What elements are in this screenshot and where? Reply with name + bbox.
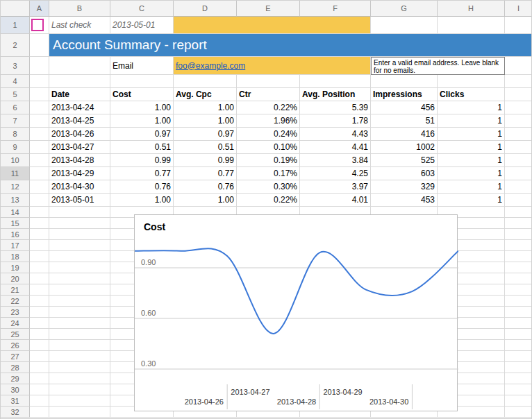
cell-A8[interactable] xyxy=(30,128,49,141)
cell-B30[interactable] xyxy=(49,384,110,395)
row-header-9[interactable]: 9 xyxy=(1,141,30,154)
row-header-3[interactable]: 3 xyxy=(1,57,30,75)
cell-I21[interactable] xyxy=(505,284,532,296)
cell-I26[interactable] xyxy=(505,340,532,351)
cell-E11[interactable]: 0.17% xyxy=(237,167,300,180)
cell-A12[interactable] xyxy=(30,180,49,194)
cell-A11[interactable] xyxy=(30,167,49,180)
cell-I12[interactable] xyxy=(505,180,532,194)
cell-B18[interactable] xyxy=(49,251,110,262)
cell-A14[interactable] xyxy=(30,207,49,218)
cell-H12[interactable]: 1 xyxy=(438,180,505,194)
cell-B27[interactable] xyxy=(49,351,110,362)
table-header-date[interactable]: Date xyxy=(49,88,110,101)
cell-G6[interactable]: 456 xyxy=(371,101,438,114)
row-header-28[interactable]: 28 xyxy=(1,362,30,373)
cell-B15[interactable] xyxy=(49,218,110,229)
cell-I4[interactable] xyxy=(505,75,532,88)
cell-E7[interactable]: 1.96% xyxy=(237,114,300,128)
cell-D7[interactable]: 1.00 xyxy=(174,114,237,128)
cell-E8[interactable]: 0.24% xyxy=(237,128,300,141)
row-header-15[interactable]: 15 xyxy=(1,218,30,229)
cell-B13[interactable]: 2013-05-01 xyxy=(49,194,110,207)
cell-I8[interactable] xyxy=(505,128,532,141)
cell-H10[interactable]: 1 xyxy=(438,154,505,167)
cell-F4[interactable] xyxy=(300,75,371,88)
cell-C6[interactable]: 1.00 xyxy=(110,101,174,114)
cell-C12[interactable]: 0.76 xyxy=(110,180,174,194)
cell-B26[interactable] xyxy=(49,340,110,351)
cell-B3[interactable] xyxy=(49,57,110,75)
row-header-8[interactable]: 8 xyxy=(1,128,30,141)
row-header-24[interactable]: 24 xyxy=(1,318,30,329)
row-header-7[interactable]: 7 xyxy=(1,114,30,128)
cell-E10[interactable]: 0.19% xyxy=(237,154,300,167)
cell-I17[interactable] xyxy=(505,240,532,251)
row-header-23[interactable]: 23 xyxy=(1,307,30,318)
table-header-ctr[interactable]: Ctr xyxy=(237,88,300,101)
report-title-banner[interactable]: Account Summary - report xyxy=(49,34,532,57)
cell-D10[interactable]: 0.99 xyxy=(174,154,237,167)
cell-I19[interactable] xyxy=(505,262,532,273)
cell-B29[interactable] xyxy=(49,373,110,384)
row-header-25[interactable]: 25 xyxy=(1,329,30,340)
cell-B24[interactable] xyxy=(49,318,110,329)
cell-A16[interactable] xyxy=(30,229,49,240)
cell-I3[interactable] xyxy=(505,57,532,75)
cell-B25[interactable] xyxy=(49,329,110,340)
cell-C7[interactable]: 1.00 xyxy=(110,114,174,128)
cell-I32[interactable] xyxy=(505,407,532,418)
last-check-date[interactable]: 2013-05-01 xyxy=(110,17,174,34)
cell-A23[interactable] xyxy=(30,307,49,318)
table-header-clicks[interactable]: Clicks xyxy=(438,88,505,101)
cell-I31[interactable] xyxy=(505,395,532,407)
cell-H4[interactable] xyxy=(438,75,505,88)
cell-C11[interactable]: 0.77 xyxy=(110,167,174,180)
cell-C10[interactable]: 0.99 xyxy=(110,154,174,167)
row-header-32[interactable]: 32 xyxy=(1,407,30,418)
cell-A6[interactable] xyxy=(30,101,49,114)
cell-I29[interactable] xyxy=(505,373,532,384)
cell-A19[interactable] xyxy=(30,262,49,273)
cell-A30[interactable] xyxy=(30,384,49,395)
cell-C9[interactable]: 0.51 xyxy=(110,141,174,154)
cell-C13[interactable]: 1.00 xyxy=(110,194,174,207)
cell-I14[interactable] xyxy=(505,207,532,218)
cell-B16[interactable] xyxy=(49,229,110,240)
cell-G4[interactable] xyxy=(371,75,438,88)
row-header-16[interactable]: 16 xyxy=(1,229,30,240)
email-label[interactable]: Email xyxy=(110,57,174,75)
col-header-H[interactable]: H xyxy=(438,1,505,17)
cell-B20[interactable] xyxy=(49,273,110,284)
row-header-6[interactable]: 6 xyxy=(1,101,30,114)
cell-G7[interactable]: 51 xyxy=(371,114,438,128)
cell-F6[interactable]: 5.39 xyxy=(300,101,371,114)
row-header-26[interactable]: 26 xyxy=(1,340,30,351)
cell-F12[interactable]: 3.97 xyxy=(300,180,371,194)
col-header-A[interactable]: A xyxy=(30,1,49,17)
cell-B21[interactable] xyxy=(49,284,110,296)
email-help-note[interactable]: Enter a valid email address. Leave blank… xyxy=(371,57,505,75)
cell-A13[interactable] xyxy=(30,194,49,207)
cell-B10[interactable]: 2013-04-28 xyxy=(49,154,110,167)
cell-A2[interactable] xyxy=(30,34,49,57)
col-header-F[interactable]: F xyxy=(300,1,371,17)
cell-I25[interactable] xyxy=(505,329,532,340)
cell-B7[interactable]: 2013-04-25 xyxy=(49,114,110,128)
cell-I6[interactable] xyxy=(505,101,532,114)
col-header-D[interactable]: D xyxy=(174,1,237,17)
row-header-29[interactable]: 29 xyxy=(1,373,30,384)
table-header-cost[interactable]: Cost xyxy=(110,88,174,101)
cell-E13[interactable]: 0.22% xyxy=(237,194,300,207)
row-header-27[interactable]: 27 xyxy=(1,351,30,362)
cell-I18[interactable] xyxy=(505,251,532,262)
cell-B22[interactable] xyxy=(49,296,110,307)
cell-D4[interactable] xyxy=(174,75,237,88)
cell-H13[interactable]: 1 xyxy=(438,194,505,207)
cell-I24[interactable] xyxy=(505,318,532,329)
row-header-14[interactable]: 14 xyxy=(1,207,30,218)
cell-G1[interactable] xyxy=(371,17,438,34)
cell-I9[interactable] xyxy=(505,141,532,154)
cell-G9[interactable]: 1002 xyxy=(371,141,438,154)
row-header-19[interactable]: 19 xyxy=(1,262,30,273)
